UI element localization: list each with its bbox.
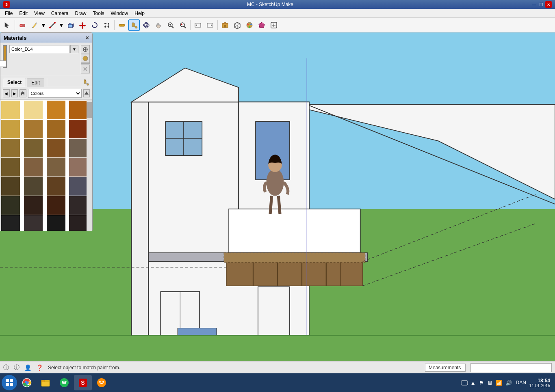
taskbar-file-explorer[interactable] [37, 375, 54, 390]
tool-paint-bucket[interactable] [128, 19, 140, 31]
swatch-10[interactable] [24, 139, 43, 157]
nav-home-button[interactable] [20, 89, 26, 97]
tool-orbit[interactable] [141, 19, 152, 31]
swatch-23[interactable] [47, 196, 65, 215]
create-material-button[interactable] [81, 54, 90, 63]
swatch-28[interactable] [69, 215, 88, 231]
menu-file[interactable]: File [2, 10, 16, 17]
system-icon-network[interactable]: 📶 [495, 379, 503, 387]
swatch-1[interactable] [1, 101, 20, 119]
swatch-20[interactable] [69, 177, 88, 196]
swatch-22[interactable] [24, 196, 43, 215]
tab-edit[interactable]: Edit [27, 78, 44, 87]
swatch-14[interactable] [24, 158, 43, 177]
tool-rotate[interactable] [89, 19, 100, 31]
status-icon-help[interactable]: ❓ [36, 364, 43, 371]
swatch-15[interactable] [47, 158, 65, 177]
swatch-24[interactable] [69, 196, 88, 215]
nav-back-button[interactable]: ◀ [3, 89, 10, 97]
materials-close-button[interactable]: × [86, 34, 89, 41]
swatch-21[interactable] [1, 196, 20, 215]
swatch-26[interactable] [24, 215, 43, 231]
taskbar-sketchup[interactable]: S [74, 375, 92, 390]
paint-tool-icon[interactable] [82, 78, 90, 87]
color-dropdown-button[interactable]: ▼ [70, 45, 78, 53]
system-icon-1[interactable]: ▲ [470, 379, 477, 387]
swatch-19[interactable] [47, 177, 65, 196]
swatch-13[interactable] [1, 158, 20, 177]
minimize-button[interactable]: — [531, 1, 537, 8]
menu-edit[interactable]: Edit [16, 10, 31, 17]
swatch-27[interactable] [47, 215, 65, 231]
materials-panel-header[interactable]: Materials × [0, 33, 92, 43]
close-button[interactable]: ✕ [545, 1, 552, 8]
menu-window[interactable]: Window [108, 10, 132, 17]
app-icon: S [3, 1, 10, 8]
tool-zoom-extent[interactable] [177, 19, 189, 31]
swatch-8[interactable] [69, 120, 88, 138]
swatch-16[interactable] [69, 158, 88, 177]
tool-pencil[interactable] [29, 19, 40, 31]
tool-prev-view[interactable] [192, 19, 204, 31]
tool-move[interactable] [77, 19, 88, 31]
tool-components[interactable] [232, 19, 243, 31]
system-icon-flag[interactable]: ⚑ [478, 379, 485, 387]
swatch-11[interactable] [47, 139, 65, 157]
menu-camera[interactable]: Camera [48, 10, 72, 17]
tab-select[interactable]: Select [3, 78, 26, 87]
status-icon-info2[interactable]: ⓘ [14, 364, 20, 371]
swatch-6[interactable] [24, 120, 43, 138]
status-icon-info1[interactable]: ⓘ [3, 364, 9, 371]
tool-paint-dropdown[interactable]: ▼ [59, 19, 64, 31]
nav-forward-button[interactable]: ▶ [11, 89, 18, 97]
menu-help[interactable]: Help [131, 10, 148, 17]
tool-pan[interactable] [153, 19, 164, 31]
status-icon-user[interactable]: 👤 [24, 364, 31, 371]
swatch-12[interactable] [69, 139, 88, 157]
nav-details-button[interactable] [83, 89, 90, 97]
maximize-button[interactable]: ❐ [538, 1, 544, 8]
tool-next-view[interactable] [204, 19, 216, 31]
menu-view[interactable]: View [31, 10, 48, 17]
tool-select[interactable] [2, 19, 13, 31]
swatch-18[interactable] [24, 177, 43, 196]
color-grid-scrollbar[interactable] [87, 100, 92, 231]
color-name-input[interactable] [9, 45, 69, 53]
svg-point-96 [60, 378, 69, 387]
tool-materials[interactable] [244, 19, 255, 31]
start-button[interactable] [2, 375, 17, 390]
system-icon-monitor[interactable]: 🖥 [486, 379, 493, 387]
swatch-2[interactable] [24, 101, 43, 119]
tool-eraser[interactable] [17, 19, 28, 31]
tool-pencil-dropdown[interactable]: ▼ [41, 19, 46, 31]
swatch-4[interactable] [69, 101, 88, 119]
swatch-25[interactable] [1, 215, 20, 231]
tool-tape[interactable] [116, 19, 128, 31]
tool-paint-line[interactable] [47, 19, 58, 31]
tool-push-pull[interactable] [65, 19, 76, 31]
category-dropdown[interactable]: Colors Asphalt and Concrete Brick and Cl… [28, 89, 82, 98]
swatch-3[interactable] [47, 101, 65, 119]
material-clear-button[interactable] [81, 65, 90, 73]
menu-tools[interactable]: Tools [90, 10, 108, 17]
scrollbar-thumb[interactable] [87, 102, 92, 118]
swatch-17[interactable] [1, 177, 20, 196]
system-icon-volume[interactable]: 🔊 [505, 379, 513, 387]
clock[interactable]: 18:54 11-01-2015 [529, 378, 550, 388]
taskbar-chrome[interactable] [18, 375, 36, 390]
material-options-button[interactable] [81, 45, 90, 54]
viewport[interactable]: Materials × ▼ [0, 32, 555, 361]
taskbar-paint[interactable] [93, 375, 111, 390]
tool-warehouse[interactable] [219, 19, 231, 31]
swatch-7[interactable] [47, 120, 65, 138]
tool-extension[interactable] [268, 19, 280, 31]
swatch-9[interactable] [1, 139, 20, 157]
tool-zoom[interactable] [165, 19, 176, 31]
current-color-swatch[interactable] [3, 45, 7, 68]
swatch-5[interactable] [1, 120, 20, 138]
taskbar-spotify[interactable] [55, 375, 73, 390]
menu-draw[interactable]: Draw [72, 10, 90, 17]
tool-scale[interactable] [101, 19, 113, 31]
measurements-input[interactable] [470, 363, 552, 372]
tool-ruby[interactable] [256, 19, 267, 31]
